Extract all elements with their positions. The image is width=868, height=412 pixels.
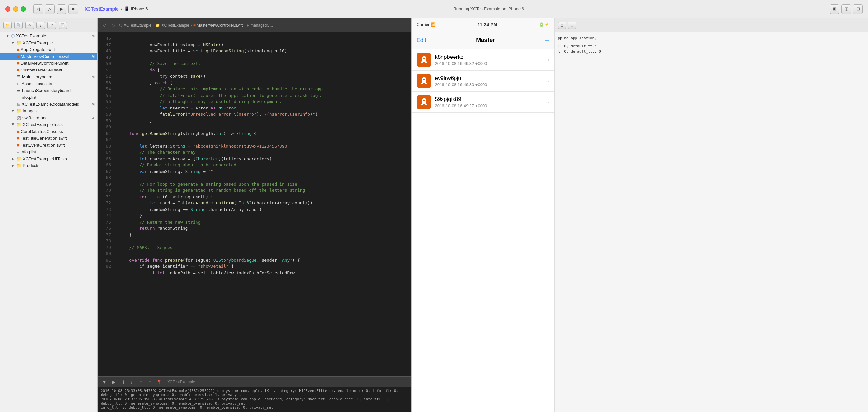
sidebar-item-coredatatest[interactable]: ■ CoreDataTestClass.swift [0, 128, 97, 135]
layout-btn-1[interactable]: ⊞ [830, 4, 839, 14]
minimize-button[interactable] [13, 6, 18, 12]
file-icon-mainstory: ☰ [17, 74, 21, 79]
images-triangle: ▶ [11, 110, 15, 112]
folder-icon-tests: 📁 [16, 122, 22, 127]
file-icon-launchstory: ☰ [17, 88, 21, 93]
sidebar-git-btn[interactable]: ↕ [36, 22, 45, 29]
sidebar-group1-label: XCTestExample [23, 40, 53, 45]
sidebar-item-infoplist2[interactable]: ≡ Info.plist [0, 148, 97, 155]
tests-triangle: ▶ [11, 124, 15, 126]
sidebar-break-btn[interactable]: ⊕ [48, 22, 56, 29]
sidebar-item-mastervc[interactable]: ■ MasterViewController.swift M [0, 53, 97, 60]
sim-cell-icon-0 [417, 53, 431, 67]
sidebar-item-appdelegate[interactable]: ■ AppDelegate.swift [0, 46, 97, 53]
sidebar-search-btn[interactable]: 🔍 [14, 22, 23, 29]
sidebar-item-uitests-folder[interactable]: ▶ 📁 XCTestExampleUITests [0, 155, 97, 162]
sidebar-file-testevent: TestEventCreation.swift [21, 143, 65, 147]
sim-cell-chevron-1: › [548, 78, 549, 83]
simulator: Carrier 📶 11:34 PM 🔋 ⚡ Edit Master + [411, 18, 554, 412]
extra-btn-1[interactable]: ◻ [558, 22, 566, 29]
sidebar-item-testevent[interactable]: ■ TestEventCreation.swift [0, 142, 97, 148]
console-line-2: 2016-10-08 23:33:05.956633 XCTestExample… [101, 397, 408, 406]
sidebar-item-tests-folder[interactable]: ▶ 📁 XCTestExampleTests [0, 121, 97, 128]
group1-triangle: ▶ [11, 42, 15, 44]
console-step3-btn[interactable]: ↕ [146, 379, 154, 386]
sim-add-button[interactable]: + [545, 36, 549, 44]
console-play-btn[interactable]: ▶ [110, 379, 117, 386]
sidebar-file-launchstory: LaunchScreen.storyboard [22, 88, 71, 93]
sidebar-file-mainstory: Main.storyboard [22, 74, 52, 79]
file-icon-appdelegate: ■ [17, 47, 20, 52]
console-toolbar: ▼ ▶ ⏸ ↓ ↑ ↕ 📍 XCTestExample [98, 377, 411, 387]
file-icon-assets: ◻ [17, 81, 21, 86]
sim-cell-chevron-0: › [548, 57, 549, 62]
sidebar-file-appdelegate: AppDelegate.swift [21, 47, 55, 52]
sidebar-item-infoplist[interactable]: ≡ Info.plist [0, 94, 97, 101]
file-icon-coredatatest: ■ [17, 129, 20, 134]
sidebar-item-launchstory[interactable]: ☰ LaunchScreen.storyboard [0, 87, 97, 94]
sidebar-file-testtitle: TestTitleGeneration.swift [21, 136, 67, 141]
sidebar-item-xcdatamodel[interactable]: ⊞ XCTestExample.xcdatamodeld M [0, 101, 97, 108]
sidebar-item-products-folder[interactable]: ▶ 📁 Products [0, 162, 97, 169]
editor-bc-2-icon: 📁 [155, 23, 160, 28]
editor-fwd-btn[interactable]: ▷ [110, 22, 117, 29]
sim-cell-2[interactable]: 59xpjqix89 2016-10-08 16:49:27 +0000 › [411, 92, 554, 113]
forward-button[interactable]: ▷ [45, 4, 55, 14]
sidebar-item-detailvc[interactable]: ■ DetailViewController.swift [0, 60, 97, 67]
sidebar-report-btn[interactable]: 📋 [59, 22, 67, 29]
titlebar-controls: ◁ ▷ ▶ ■ [33, 4, 78, 14]
folder-icon-images: 📁 [16, 108, 22, 113]
editor-bc-3-text: MasterViewController.swift [197, 23, 243, 28]
sidebar-item-group1[interactable]: ▶ 📁 XCTestExample [0, 39, 97, 46]
editor-bc-sep1: › [153, 23, 154, 28]
editor-bc-2-text: XCTestExample [161, 23, 189, 28]
sim-edit-button[interactable]: Edit [417, 37, 426, 43]
sidebar-item-images-folder[interactable]: ▶ 📁 Images [0, 108, 97, 114]
sidebar-item-swiftbird[interactable]: 🖼 swift-bird.png A [0, 114, 97, 121]
titlebar: ◁ ▷ ▶ ■ XCTestExample › 📱 iPhone 6 Runni… [0, 0, 868, 18]
sim-navbar: Edit Master + [411, 31, 554, 49]
console-line-3: info_ttl: 0, debug_ttl: 0, generate_symp… [101, 406, 408, 410]
console-location-btn[interactable]: 📍 [156, 379, 163, 386]
fullscreen-button[interactable] [21, 6, 26, 12]
console: ▼ ▶ ⏸ ↓ ↑ ↕ 📍 XCTestExample 2016-10-08 2… [98, 376, 411, 412]
sim-carrier: Carrier [417, 22, 430, 27]
breadcrumb-device: 📱 [124, 6, 129, 11]
sidebar-item-mainstory[interactable]: ☰ Main.storyboard M [0, 73, 97, 80]
extra-btn-2[interactable]: ⊞ [568, 22, 576, 29]
sidebar-root-badge: M [92, 34, 95, 38]
sim-cell-0[interactable]: k8npbeerkz 2016-10-08 16:49:32 +0000 › [411, 49, 554, 70]
back-button[interactable]: ◁ [33, 4, 43, 14]
console-toggle-btn[interactable]: ▼ [101, 379, 108, 386]
root-triangle: ▶ [6, 35, 10, 37]
sim-cell-1[interactable]: ev9lrw6pju 2016-10-08 16:49:30 +0000 › [411, 70, 554, 92]
file-icon-swiftbird: 🖼 [17, 115, 21, 120]
sim-cell-content-0: k8npbeerkz 2016-10-08 16:49:32 +0000 [435, 54, 544, 66]
sidebar-warning-btn[interactable]: ⚠ [25, 22, 34, 29]
code-area: 4647484950515253545556575859606162636465… [98, 33, 411, 376]
stop-button[interactable]: ■ [68, 4, 78, 14]
code-content[interactable]: newEvent.timestamp = NSDate() newEvent.t… [114, 33, 411, 376]
layout-btn-2[interactable]: ◫ [841, 4, 851, 14]
run-button[interactable]: ▶ [57, 4, 66, 14]
editor-bc-1: ⬡ [119, 23, 122, 28]
sim-cell-title-0: k8npbeerkz [435, 54, 544, 61]
sidebar-item-root[interactable]: ▶ ⬡ XCTestExample M [0, 33, 97, 39]
uitests-triangle: ▶ [12, 157, 14, 161]
file-icon-infoplist2: ≡ [17, 149, 20, 154]
breadcrumb: XCTestExample › 📱 iPhone 6 [85, 6, 148, 12]
close-button[interactable] [5, 6, 10, 12]
console-step-btn[interactable]: ↓ [128, 379, 135, 386]
breadcrumb-project: XCTestExample [85, 6, 119, 12]
editor-back-btn[interactable]: ◁ [101, 22, 108, 29]
console-pause-btn[interactable]: ⏸ [119, 379, 126, 386]
sidebar-item-assets[interactable]: ◻ Assets.xcassets [0, 80, 97, 87]
sidebar-item-customcell[interactable]: ■ CustomTableCell.swift [0, 67, 97, 73]
console-step2-btn[interactable]: ↑ [137, 379, 145, 386]
sim-wifi-icon: 📶 [431, 23, 436, 27]
sidebar-file-detailvc: DetailViewController.swift [21, 61, 68, 66]
sim-statusbar: Carrier 📶 11:34 PM 🔋 ⚡ [411, 18, 554, 31]
layout-btn-3[interactable]: ⊟ [853, 4, 863, 14]
sidebar-folder-btn[interactable]: 📁 [3, 22, 12, 29]
sidebar-item-testtitle[interactable]: ■ TestTitleGeneration.swift [0, 135, 97, 142]
